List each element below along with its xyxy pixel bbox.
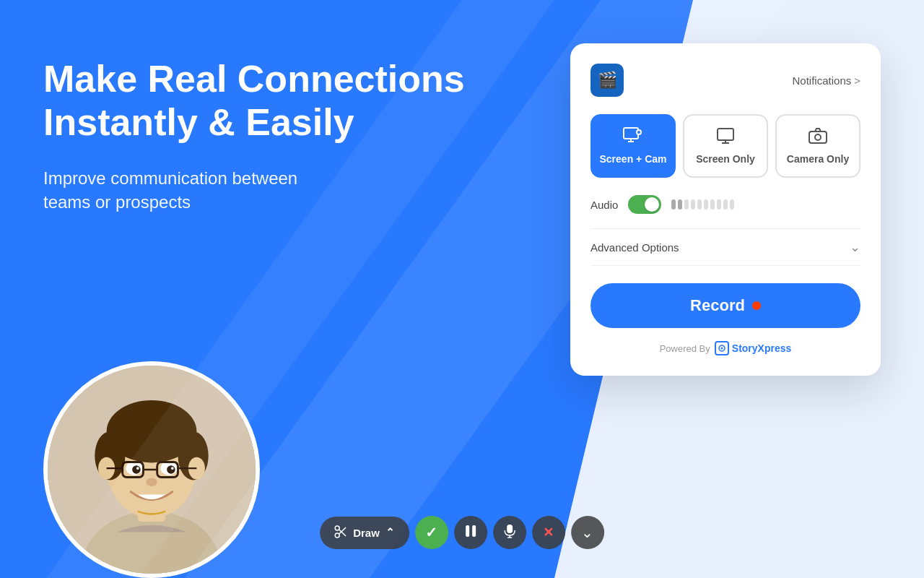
chevron-down-icon: ⌄ xyxy=(581,525,593,540)
draw-label: Draw xyxy=(353,527,380,539)
widget-header: Notifications > xyxy=(590,64,860,97)
mode-selector: Screen + Cam Screen Only xyxy=(590,114,860,178)
mic-icon xyxy=(504,524,515,542)
draw-button[interactable]: Draw ⌃ xyxy=(320,517,409,549)
svg-point-11 xyxy=(720,348,723,350)
screen-cam-icon xyxy=(623,127,643,147)
audio-bar xyxy=(704,199,708,210)
powered-by: Powered By StoryXpress xyxy=(590,341,860,355)
audio-bars xyxy=(671,199,734,210)
clapper-icon xyxy=(590,64,624,97)
widget-panel: Notifications > S xyxy=(570,43,881,376)
notifications-label: Notifications xyxy=(793,74,852,87)
screen-only-icon xyxy=(715,127,736,147)
bottom-toolbar: Draw ⌃ ✓ ✕ ⌄ xyxy=(320,516,604,549)
audio-bar xyxy=(730,199,734,210)
hero-title: Make Real Connections Instantly & Easily xyxy=(43,58,527,144)
svg-point-34 xyxy=(335,533,339,538)
advanced-options-chevron: ⌄ xyxy=(850,239,860,255)
audio-bar xyxy=(671,199,676,210)
svg-point-4 xyxy=(637,131,640,134)
svg-rect-5 xyxy=(718,129,733,140)
storyxpress-name: StoryXpress xyxy=(732,342,791,354)
record-dot xyxy=(752,301,761,310)
svg-point-33 xyxy=(335,526,339,530)
mode-screen-cam[interactable]: Screen + Cam xyxy=(590,114,676,178)
left-panel: Make Real Connections Instantly & Easily… xyxy=(0,0,570,272)
svg-rect-0 xyxy=(624,128,638,139)
audio-bar xyxy=(717,199,721,210)
pause-icon xyxy=(465,525,476,541)
svg-rect-39 xyxy=(507,525,513,533)
svg-rect-8 xyxy=(809,131,827,143)
advanced-options[interactable]: Advanced Options ⌄ xyxy=(590,228,860,266)
screen-only-label: Screen Only xyxy=(696,153,755,165)
record-button[interactable]: Record xyxy=(590,283,860,328)
audio-toggle[interactable] xyxy=(628,195,661,214)
pause-button[interactable] xyxy=(454,516,487,549)
audio-bar xyxy=(691,199,695,210)
mode-camera-only[interactable]: Camera Only xyxy=(775,114,860,178)
audio-row: Audio xyxy=(590,195,860,214)
audio-bar xyxy=(710,199,715,210)
audio-bar xyxy=(678,199,682,210)
storyxpress-icon xyxy=(715,341,729,355)
notifications-chevron: > xyxy=(854,74,860,87)
recorder-widget: Notifications > S xyxy=(570,43,881,376)
scissors-icon xyxy=(334,525,347,540)
storyxpress-logo: StoryXpress xyxy=(715,341,791,355)
close-button[interactable]: ✕ xyxy=(532,516,565,549)
audio-bar xyxy=(723,199,728,210)
widget-logo xyxy=(590,64,624,97)
hero-subtitle: Improve communication between teams or p… xyxy=(43,166,346,215)
mic-button[interactable] xyxy=(493,516,526,549)
camera-only-icon xyxy=(808,127,828,147)
screen-cam-label: Screen + Cam xyxy=(600,153,667,165)
audio-bar xyxy=(697,199,702,210)
more-button[interactable]: ⌄ xyxy=(571,516,604,549)
audio-bar xyxy=(684,199,689,210)
svg-rect-38 xyxy=(472,525,476,537)
advanced-options-label: Advanced Options xyxy=(590,241,679,254)
powered-by-label: Powered By xyxy=(660,343,710,354)
mode-screen-only[interactable]: Screen Only xyxy=(683,114,768,178)
draw-chevron: ⌃ xyxy=(385,526,395,539)
notifications-link[interactable]: Notifications > xyxy=(793,74,860,87)
svg-point-9 xyxy=(815,134,821,140)
check-button[interactable]: ✓ xyxy=(415,516,448,549)
audio-label: Audio xyxy=(590,199,618,211)
record-label: Record xyxy=(690,296,745,315)
svg-rect-37 xyxy=(466,525,469,537)
camera-only-label: Camera Only xyxy=(787,153,849,165)
check-icon: ✓ xyxy=(425,524,437,541)
close-icon: ✕ xyxy=(543,525,554,540)
